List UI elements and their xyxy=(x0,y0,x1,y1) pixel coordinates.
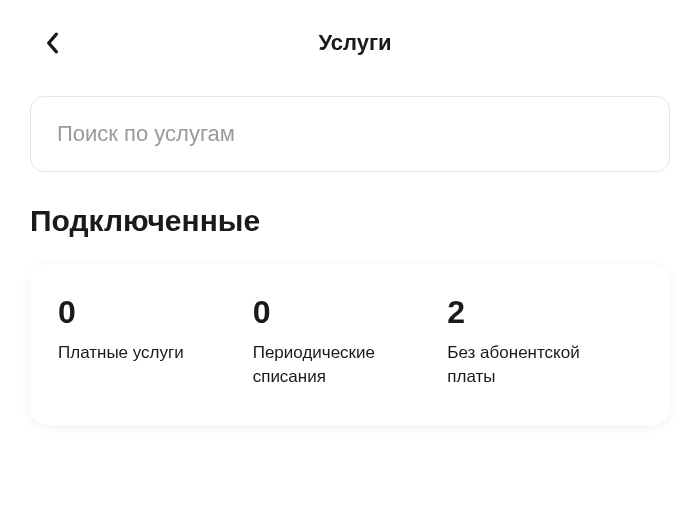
stat-number: 2 xyxy=(447,294,632,331)
content: Подключенные 0 Платные услуги 0 Периодич… xyxy=(0,76,700,425)
header: Услуги xyxy=(0,0,700,76)
stat-label: Платные услуги xyxy=(58,341,243,365)
stat-label: Без абонентской платы xyxy=(447,341,632,389)
stat-number: 0 xyxy=(253,294,438,331)
stat-number: 0 xyxy=(58,294,243,331)
stat-label: Периодические списания xyxy=(253,341,438,389)
stat-item-no-fee: 2 Без абонентской платы xyxy=(447,294,642,389)
stats-card[interactable]: 0 Платные услуги 0 Периодические списани… xyxy=(30,264,670,425)
section-title-connected: Подключенные xyxy=(30,204,670,238)
chevron-left-icon xyxy=(45,32,59,54)
stat-item-paid: 0 Платные услуги xyxy=(58,294,253,389)
page-title: Услуги xyxy=(40,30,670,56)
back-button[interactable] xyxy=(40,31,64,55)
search-input[interactable] xyxy=(30,96,670,172)
stat-item-periodic: 0 Периодические списания xyxy=(253,294,448,389)
